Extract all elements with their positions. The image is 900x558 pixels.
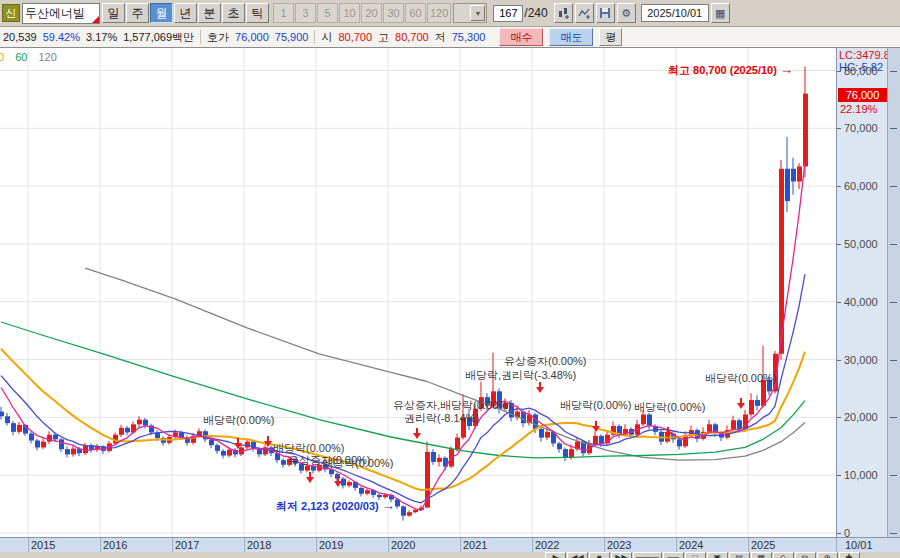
divider bbox=[200, 30, 201, 44]
event-annotation: 배당락(0.00%) bbox=[705, 372, 777, 384]
scroll-strip-tick bbox=[890, 475, 897, 476]
x-axis-separator bbox=[28, 538, 29, 552]
chart-area[interactable]: 2060120 배당락(0.00%)배당락(0.00%)유상증자(0.00%)배… bbox=[0, 48, 900, 558]
save-icon[interactable] bbox=[596, 3, 615, 23]
hoga-label: 호가 bbox=[207, 30, 229, 45]
event-annotation: 권리락(-8.14%) bbox=[404, 412, 479, 424]
event-annotation: 배당락(0.00%) bbox=[560, 399, 632, 411]
stock-name-box[interactable]: 두산에너빌 bbox=[22, 3, 100, 24]
y-axis-label: 80,000 bbox=[844, 65, 878, 77]
date-field[interactable]: 2025/10/01 bbox=[641, 4, 709, 22]
open-label: 시 bbox=[321, 30, 332, 45]
x-axis-separator bbox=[316, 538, 317, 552]
minute-button-10[interactable]: 10 bbox=[339, 3, 360, 23]
candlestick-chart[interactable] bbox=[0, 48, 836, 537]
minute-button-group: 13510203060120 bbox=[273, 3, 451, 23]
bottom-toolbar-button-5[interactable]: ── bbox=[663, 552, 684, 558]
bottom-toolbar-button-2[interactable]: ■ bbox=[589, 552, 610, 558]
x-axis-label-2024: 2024 bbox=[679, 539, 703, 551]
scroll-strip-tick bbox=[890, 128, 897, 129]
event-annotation: 배당락(0.00%) bbox=[273, 442, 345, 454]
period-button-일[interactable]: 일 bbox=[102, 3, 125, 23]
bottom-toolbar-button-3[interactable]: ▶▶ bbox=[611, 552, 632, 558]
bottom-toolbar-button-10[interactable]: ◇ bbox=[773, 552, 794, 558]
x-axis-separator bbox=[748, 538, 749, 552]
scroll-strip-tick bbox=[890, 71, 897, 72]
y-axis-label: 50,000 bbox=[844, 238, 878, 250]
candle-count-input[interactable] bbox=[493, 5, 523, 22]
bid-price: 75,900 bbox=[275, 31, 309, 43]
x-axis-separator bbox=[100, 538, 101, 552]
trade-value: 1,577,069백만 bbox=[123, 30, 194, 45]
sell-button[interactable]: 매도 bbox=[549, 28, 593, 46]
x-axis-label-2018: 2018 bbox=[247, 539, 271, 551]
minute-button-1[interactable]: 1 bbox=[273, 3, 294, 23]
chevron-down-icon: ▼ bbox=[470, 5, 485, 21]
high-label: 고 bbox=[378, 30, 389, 45]
period-button-주[interactable]: 주 bbox=[126, 3, 149, 23]
ma-legend-20: 20 bbox=[0, 51, 4, 63]
bottom-toolbar-button-12[interactable]: ⊕ bbox=[817, 552, 838, 558]
interval-dropdown[interactable]: ▼ bbox=[453, 3, 487, 23]
right-arrow-icon: → bbox=[780, 62, 793, 77]
bottom-toolbar-button-9[interactable]: ▦ bbox=[751, 552, 772, 558]
minute-button-120[interactable]: 120 bbox=[427, 3, 451, 23]
x-axis-label-2017: 2017 bbox=[175, 539, 199, 551]
bottom-toolbar-button-6[interactable]: □ bbox=[685, 552, 706, 558]
high-marker-text: 최고 80,700 (2025/10) bbox=[668, 64, 777, 76]
buy-button[interactable]: 매수 bbox=[499, 28, 543, 46]
ma-legend-60: 60 bbox=[15, 51, 27, 63]
y-tick bbox=[837, 475, 841, 476]
y-axis-label: 70,000 bbox=[844, 122, 878, 134]
y-tick bbox=[837, 302, 841, 303]
bottom-toolbar-button-7[interactable]: ▣ bbox=[707, 552, 728, 558]
x-axis-separator bbox=[604, 538, 605, 552]
all-time-high-marker: 최고 80,700 (2025/10) → bbox=[668, 62, 793, 78]
bottom-toolbar-button-1[interactable]: ◀◀ bbox=[567, 552, 588, 558]
period-button-틱[interactable]: 틱 bbox=[246, 3, 269, 23]
turnover-value: 59.42% bbox=[43, 31, 80, 43]
low-price: 75,300 bbox=[452, 31, 486, 43]
avg-button[interactable]: 평 bbox=[599, 28, 622, 46]
x-axis-separator bbox=[388, 538, 389, 552]
x-axis-label-2015: 2015 bbox=[31, 539, 55, 551]
compare-chart-icon[interactable] bbox=[554, 3, 573, 23]
line-chart-icon[interactable] bbox=[575, 3, 594, 23]
period-button-월[interactable]: 월 bbox=[150, 3, 173, 23]
gear-icon[interactable]: ⚙ bbox=[617, 3, 636, 23]
bottom-toolbar-button-8[interactable]: ▤ bbox=[729, 552, 750, 558]
minute-button-60[interactable]: 60 bbox=[405, 3, 426, 23]
all-time-low-marker: 최저 2,123 (2020/03) → bbox=[276, 498, 395, 514]
bottom-toolbar-button-4[interactable]: ──── bbox=[633, 552, 662, 558]
x-axis-label-2019: 2019 bbox=[319, 539, 343, 551]
calendar-icon[interactable]: ▦ bbox=[711, 3, 730, 23]
right-scroll-strip[interactable] bbox=[887, 48, 900, 537]
open-price: 80,700 bbox=[338, 31, 372, 43]
ma-legend-120: 120 bbox=[39, 51, 57, 63]
candle-count-group: /240 bbox=[493, 5, 547, 22]
x-axis-separator bbox=[172, 538, 173, 552]
x-axis-label-2025: 2025 bbox=[751, 539, 775, 551]
bottom-toolbar-button-13[interactable]: ✚ bbox=[839, 552, 860, 558]
scroll-strip-tick bbox=[890, 186, 897, 187]
new-stock-badge: 신 bbox=[2, 4, 20, 22]
y-axis-label: 30,000 bbox=[844, 354, 878, 366]
period-button-년[interactable]: 년 bbox=[174, 3, 197, 23]
volume-value: 20,539 bbox=[3, 31, 37, 43]
x-axis-separator bbox=[532, 538, 533, 552]
x-axis-separator bbox=[676, 538, 677, 552]
minute-button-20[interactable]: 20 bbox=[361, 3, 382, 23]
candle-count-total: /240 bbox=[524, 6, 547, 20]
current-price-badge: 76,000 bbox=[838, 88, 887, 102]
period-button-초[interactable]: 초 bbox=[222, 3, 245, 23]
event-annotation: 유상증자(0.00%) bbox=[504, 355, 587, 367]
y-tick bbox=[837, 244, 841, 245]
bottom-toolbar-button-11[interactable]: ✏ bbox=[795, 552, 816, 558]
minute-button-3[interactable]: 3 bbox=[295, 3, 316, 23]
bottom-toolbar-button-0[interactable]: ▶ bbox=[545, 552, 566, 558]
minute-button-5[interactable]: 5 bbox=[317, 3, 338, 23]
y-axis: LC:3479.84 HC:-5.82 76,000 22.19% 80,000… bbox=[836, 48, 900, 537]
period-button-분[interactable]: 분 bbox=[198, 3, 221, 23]
minute-button-30[interactable]: 30 bbox=[383, 3, 404, 23]
scroll-strip-tick bbox=[890, 302, 897, 303]
